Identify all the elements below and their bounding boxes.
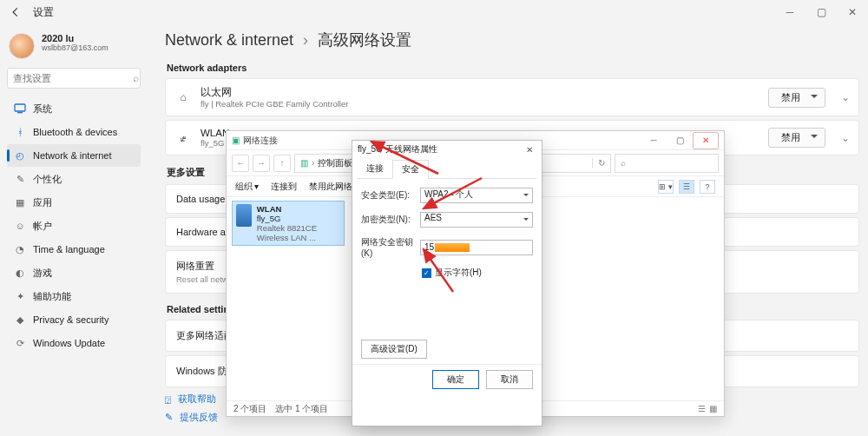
- game-icon: ◐: [14, 267, 26, 279]
- svg-rect-0: [15, 104, 25, 111]
- view-toggle-b[interactable]: ▦: [709, 404, 717, 413]
- profile[interactable]: 2020 lu wslbb87@163.com: [9, 33, 141, 59]
- system-icon: [14, 102, 26, 115]
- shield-icon: ◆: [14, 314, 26, 326]
- refresh-icon[interactable]: ↻: [592, 158, 605, 168]
- minimize-button[interactable]: ─: [774, 0, 806, 24]
- nav-forward-button[interactable]: →: [253, 155, 270, 172]
- adapter-icon: [236, 204, 252, 227]
- back-button[interactable]: [7, 3, 24, 21]
- wifi-icon: ⸙: [174, 132, 192, 144]
- nav-back-button[interactable]: ←: [232, 155, 249, 172]
- bluetooth-icon: ᚼ: [14, 126, 26, 138]
- sidebar-item-update[interactable]: ⟳Windows Update: [7, 332, 141, 354]
- help-icon: ⍰: [165, 394, 171, 405]
- cancel-button[interactable]: 取消: [486, 370, 533, 389]
- accessibility-icon: ✦: [14, 290, 26, 302]
- brush-icon: ✎: [14, 173, 26, 185]
- svg-rect-1: [17, 112, 23, 113]
- wifi-properties-dialog: fly_5G 无线网络属性 ✕ 连接 安全 安全类型(E): WPA2 - 个人…: [352, 140, 542, 426]
- sidebar-item-network[interactable]: ◴Network & internet: [7, 144, 141, 167]
- advanced-settings-button[interactable]: 高级设置(D): [361, 340, 427, 359]
- avatar: [9, 33, 35, 59]
- dialog-close-button[interactable]: ✕: [523, 142, 536, 156]
- nav-up-button[interactable]: ↑: [273, 155, 291, 172]
- nc-close-button[interactable]: ✕: [693, 132, 719, 149]
- wlan-adapter-item[interactable]: WLAN fly_5G Realtek 8821CE Wireless LAN …: [232, 201, 345, 246]
- network-key-input[interactable]: 15: [420, 240, 533, 255]
- network-key-label: 网络安全密钥(K): [361, 236, 415, 258]
- security-type-select[interactable]: WPA2 - 个人: [420, 188, 533, 203]
- redacted-key: [435, 243, 470, 252]
- folder-icon: ▣: [232, 135, 240, 145]
- tab-connection[interactable]: 连接: [358, 160, 392, 178]
- app-title: 设置: [33, 5, 54, 20]
- feedback-icon: ✎: [165, 412, 173, 423]
- control-panel-icon: ▥: [300, 158, 308, 168]
- help-button[interactable]: ?: [700, 180, 715, 194]
- sidebar-item-apps[interactable]: ▦应用: [7, 191, 141, 214]
- ok-button[interactable]: 确定: [432, 370, 479, 389]
- maximize-button[interactable]: ▢: [806, 0, 837, 24]
- search-box[interactable]: ⌕: [7, 68, 141, 89]
- nc-search-box[interactable]: ⌕: [615, 154, 719, 173]
- checkbox-checked-icon: ✓: [422, 268, 431, 278]
- sidebar-item-system[interactable]: 系统: [7, 97, 141, 120]
- sidebar-item-accounts[interactable]: ☺帐户: [7, 215, 141, 237]
- chevron-down-icon[interactable]: ⌄: [841, 132, 850, 144]
- sidebar-item-privacy[interactable]: ◆Privacy & security: [7, 308, 141, 331]
- chevron-right-icon: ›: [303, 31, 308, 49]
- nc-title: 网络连接: [243, 135, 278, 147]
- arrow-left-icon: [10, 6, 22, 18]
- nc-minimize-button[interactable]: ─: [641, 132, 667, 149]
- breadcrumb: Network & internet › 高级网络设置: [165, 30, 859, 50]
- dialog-title: fly_5G 无线网络属性: [358, 143, 437, 155]
- show-characters-checkbox[interactable]: ✓ 显示字符(H): [422, 267, 533, 279]
- wifi-icon: ◴: [14, 149, 26, 162]
- toolbar-organize[interactable]: 组织 ▾: [235, 181, 259, 193]
- chevron-down-icon[interactable]: ⌄: [841, 91, 850, 103]
- adapters-heading: Network adapters: [167, 63, 859, 73]
- tab-security[interactable]: 安全: [392, 160, 429, 179]
- encryption-type-label: 加密类型(N):: [361, 214, 415, 226]
- view-toggle-a[interactable]: ☰: [698, 404, 706, 413]
- sidebar-item-time[interactable]: ◔Time & language: [7, 238, 141, 261]
- security-type-label: 安全类型(E):: [361, 189, 415, 201]
- clock-icon: ◔: [14, 243, 26, 255]
- search-input[interactable]: [13, 73, 133, 83]
- ethernet-icon: ⌂: [174, 91, 192, 103]
- sidebar-item-accessibility[interactable]: ✦辅助功能: [7, 285, 141, 307]
- sidebar-item-personalization[interactable]: ✎个性化: [7, 168, 141, 190]
- view-icons-button[interactable]: ⊞ ▾: [658, 180, 674, 194]
- search-icon: ⌕: [133, 72, 139, 84]
- apps-icon: ▦: [14, 196, 26, 208]
- sidebar-item-gaming[interactable]: ◐游戏: [7, 261, 141, 284]
- toolbar-connect[interactable]: 连接到: [271, 181, 297, 193]
- encryption-type-select[interactable]: AES: [420, 212, 533, 228]
- view-details-button[interactable]: ☰: [679, 180, 694, 194]
- update-icon: ⟳: [14, 337, 26, 349]
- search-icon: ⌕: [621, 158, 626, 168]
- profile-name: 2020 lu: [42, 33, 108, 43]
- breadcrumb-root[interactable]: Network & internet: [165, 31, 293, 49]
- page-title: 高级网络设置: [318, 31, 411, 49]
- nc-maximize-button[interactable]: ▢: [667, 132, 693, 149]
- close-button[interactable]: ✕: [837, 0, 868, 24]
- profile-email: wslbb87@163.com: [42, 43, 108, 52]
- person-icon: ☺: [14, 220, 26, 232]
- ethernet-disable-dropdown[interactable]: 禁用: [768, 88, 825, 108]
- sidebar-item-bluetooth[interactable]: ᚼBluetooth & devices: [7, 121, 141, 143]
- wlan-disable-dropdown[interactable]: 禁用: [768, 128, 825, 148]
- adapter-ethernet[interactable]: ⌂ 以太网 fly | Realtek PCIe GBE Family Cont…: [165, 78, 859, 116]
